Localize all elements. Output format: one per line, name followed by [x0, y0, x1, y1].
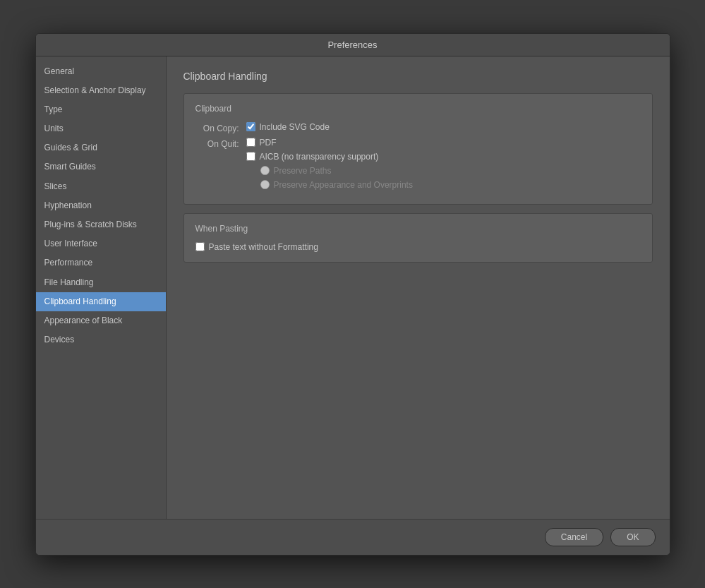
dialog-title: Preferences	[327, 40, 377, 50]
paste-text-label[interactable]: Paste text without Formatting	[209, 242, 318, 252]
on-copy-label: On Copy:	[195, 124, 246, 133]
sidebar-item-clipboard-handling[interactable]: Clipboard Handling	[36, 292, 166, 311]
clipboard-panel: Clipboard On Copy: Include SVG Code On Q…	[183, 93, 653, 205]
pdf-row: PDF	[246, 138, 413, 148]
sidebar-item-type[interactable]: Type	[36, 100, 166, 119]
preserve-paths-row: Preserve Paths	[246, 166, 413, 176]
on-quit-options: PDF AICB (no transparency support) Prese…	[246, 138, 413, 190]
preferences-dialog: Preferences General Selection & Anchor D…	[35, 33, 670, 556]
include-svg-code-checkbox[interactable]	[246, 122, 255, 131]
sidebar-item-appearance-of-black[interactable]: Appearance of Black	[36, 311, 166, 330]
dialog-body: General Selection & Anchor Display Type …	[36, 56, 670, 519]
sidebar-item-hyphenation[interactable]: Hyphenation	[36, 196, 166, 215]
paste-text-row: Paste text without Formatting	[195, 242, 641, 252]
ok-button[interactable]: OK	[610, 528, 655, 546]
dialog-footer: Cancel OK	[36, 519, 670, 555]
sidebar-item-selection-anchor-display[interactable]: Selection & Anchor Display	[36, 81, 166, 100]
aicb-options: AICB (no transparency support) Preserve …	[246, 152, 413, 190]
sidebar-item-devices[interactable]: Devices	[36, 330, 166, 349]
content-title: Clipboard Handling	[183, 71, 653, 82]
aicb-row: AICB (no transparency support)	[246, 152, 413, 162]
when-pasting-panel: When Pasting Paste text without Formatti…	[183, 213, 653, 263]
include-svg-code-row: Include SVG Code	[246, 122, 330, 132]
preserve-paths-radio[interactable]	[260, 166, 270, 175]
aicb-label[interactable]: AICB (no transparency support)	[260, 152, 379, 162]
content-area: Clipboard Handling Clipboard On Copy: In…	[167, 56, 670, 519]
include-svg-code-label[interactable]: Include SVG Code	[260, 122, 330, 132]
pdf-checkbox[interactable]	[246, 138, 255, 147]
sidebar-item-user-interface[interactable]: User Interface	[36, 234, 166, 253]
sidebar-item-file-handling[interactable]: File Handling	[36, 273, 166, 292]
on-copy-options: Include SVG Code	[246, 122, 330, 132]
title-bar: Preferences	[36, 34, 670, 56]
clipboard-panel-title: Clipboard	[195, 104, 641, 114]
on-quit-row: On Quit: PDF AICB (no transparency suppo…	[195, 138, 641, 190]
cancel-button[interactable]: Cancel	[545, 528, 603, 546]
sidebar-item-general[interactable]: General	[36, 62, 166, 81]
pdf-label[interactable]: PDF	[260, 138, 277, 148]
preserve-appearance-radio[interactable]	[260, 180, 270, 189]
sidebar-item-plug-ins-scratch-disks[interactable]: Plug-ins & Scratch Disks	[36, 215, 166, 234]
preserve-appearance-row: Preserve Appearance and Overprints	[246, 180, 413, 190]
when-pasting-title: When Pasting	[195, 224, 641, 234]
sidebar-item-units[interactable]: Units	[36, 119, 166, 138]
sidebar-item-performance[interactable]: Performance	[36, 253, 166, 272]
preserve-appearance-label: Preserve Appearance and Overprints	[274, 180, 413, 190]
preserve-paths-label: Preserve Paths	[274, 166, 332, 176]
sidebar-item-guides-grid[interactable]: Guides & Grid	[36, 138, 166, 157]
on-copy-row: On Copy: Include SVG Code	[195, 122, 641, 133]
sidebar-item-smart-guides[interactable]: Smart Guides	[36, 157, 166, 176]
sidebar-item-slices[interactable]: Slices	[36, 177, 166, 196]
aicb-checkbox[interactable]	[246, 152, 255, 161]
paste-text-checkbox[interactable]	[195, 242, 205, 251]
sidebar: General Selection & Anchor Display Type …	[36, 56, 167, 519]
on-quit-label: On Quit:	[195, 139, 246, 149]
